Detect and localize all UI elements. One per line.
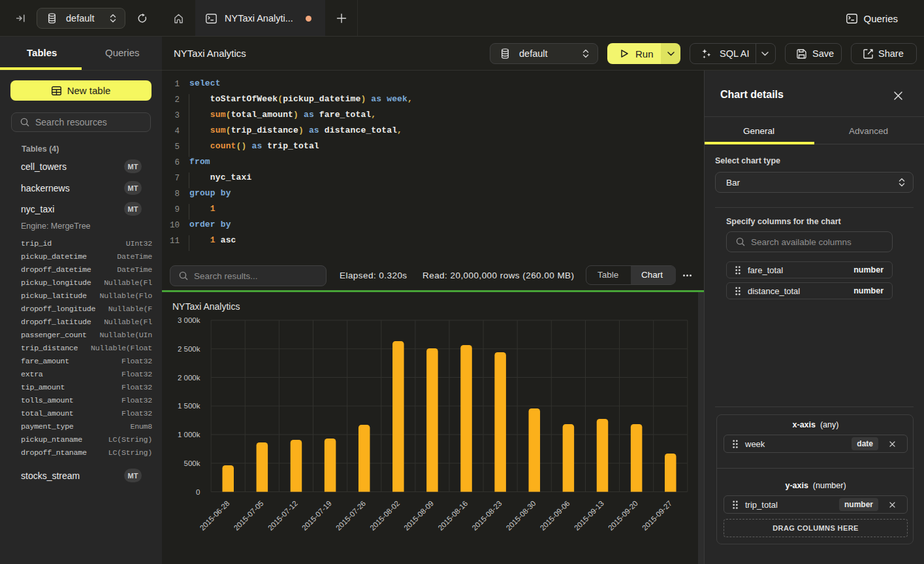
svg-text:2015-07-19: 2015-07-19 xyxy=(300,499,333,532)
svg-text:2 000k: 2 000k xyxy=(178,374,200,382)
svg-text:1 500k: 1 500k xyxy=(178,402,200,410)
svg-text:2015-09-20: 2015-09-20 xyxy=(607,499,639,532)
svg-text:2015-06-28: 2015-06-28 xyxy=(199,499,231,532)
svg-text:2015-09-27: 2015-09-27 xyxy=(641,499,673,532)
svg-text:2015-09-13: 2015-09-13 xyxy=(573,499,605,532)
svg-text:2015-08-23: 2015-08-23 xyxy=(471,499,503,532)
svg-text:2015-08-02: 2015-08-02 xyxy=(368,499,401,532)
svg-text:1 000k: 1 000k xyxy=(178,431,200,439)
svg-text:NYTaxi Analytics: NYTaxi Analytics xyxy=(172,301,240,312)
svg-text:0: 0 xyxy=(196,488,200,496)
svg-text:2 500k: 2 500k xyxy=(178,345,200,353)
svg-text:2015-07-12: 2015-07-12 xyxy=(266,499,299,532)
svg-text:500k: 500k xyxy=(184,459,200,467)
svg-text:2015-08-30: 2015-08-30 xyxy=(505,499,537,532)
svg-text:3 000k: 3 000k xyxy=(178,316,200,324)
svg-text:2015-08-09: 2015-08-09 xyxy=(402,499,435,532)
svg-text:2015-07-05: 2015-07-05 xyxy=(232,499,265,532)
svg-text:2015-09-06: 2015-09-06 xyxy=(539,499,571,532)
svg-text:2015-07-26: 2015-07-26 xyxy=(334,499,367,532)
svg-text:2015-08-16: 2015-08-16 xyxy=(436,499,469,532)
